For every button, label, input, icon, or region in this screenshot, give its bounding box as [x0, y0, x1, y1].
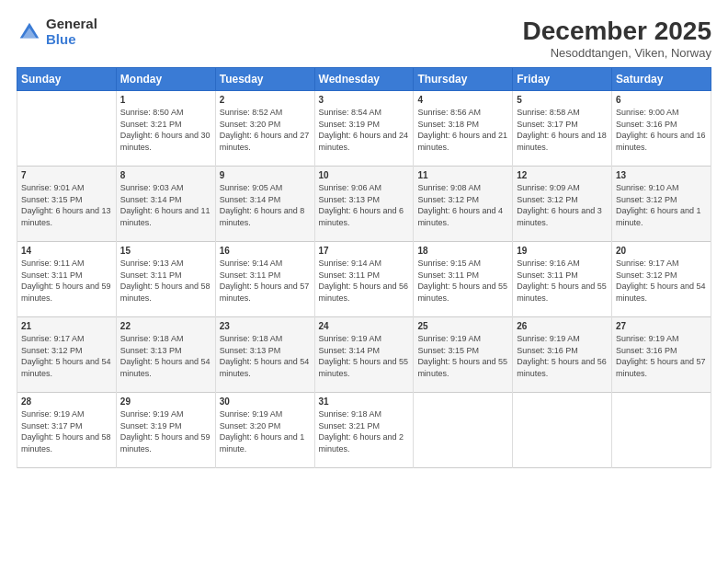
header-monday: Monday — [116, 68, 215, 91]
day-info: Sunrise: 9:08 AMSunset: 3:12 PMDaylight:… — [417, 182, 508, 228]
calendar-cell: 5Sunrise: 8:58 AMSunset: 3:17 PMDaylight… — [513, 91, 612, 167]
day-info: Sunrise: 9:14 AMSunset: 3:11 PMDaylight:… — [220, 258, 311, 304]
day-info: Sunrise: 9:11 AMSunset: 3:11 PMDaylight:… — [21, 258, 112, 304]
day-number: 13 — [616, 170, 707, 180]
logo-text: General Blue — [46, 17, 97, 47]
header-wednesday: Wednesday — [314, 68, 414, 91]
day-number: 25 — [417, 321, 508, 331]
calendar-cell: 12Sunrise: 9:09 AMSunset: 3:12 PMDayligh… — [513, 167, 612, 242]
calendar-cell: 30Sunrise: 9:19 AMSunset: 3:20 PMDayligh… — [215, 393, 314, 468]
calendar-cell — [17, 91, 117, 167]
day-number: 31 — [319, 396, 410, 407]
day-number: 1 — [120, 95, 211, 105]
calendar-cell: 31Sunrise: 9:18 AMSunset: 3:21 PMDayligh… — [314, 393, 414, 468]
calendar-cell: 29Sunrise: 9:19 AMSunset: 3:19 PMDayligh… — [116, 393, 215, 468]
calendar-cell: 1Sunrise: 8:50 AMSunset: 3:21 PMDaylight… — [116, 91, 215, 167]
day-info: Sunrise: 9:19 AMSunset: 3:17 PMDaylight:… — [21, 408, 112, 454]
day-number: 28 — [21, 396, 112, 407]
day-number: 24 — [319, 321, 410, 331]
day-info: Sunrise: 9:19 AMSunset: 3:20 PMDaylight:… — [220, 408, 311, 454]
calendar-cell: 19Sunrise: 9:16 AMSunset: 3:11 PMDayligh… — [513, 242, 612, 317]
calendar-cell: 14Sunrise: 9:11 AMSunset: 3:11 PMDayligh… — [17, 242, 117, 317]
day-number: 30 — [220, 396, 311, 407]
day-number: 22 — [120, 321, 211, 331]
day-number: 20 — [616, 246, 707, 256]
calendar-cell — [414, 393, 513, 468]
day-number: 21 — [21, 321, 112, 331]
logo-icon — [17, 19, 42, 45]
day-number: 29 — [120, 396, 211, 407]
calendar-cell: 13Sunrise: 9:10 AMSunset: 3:12 PMDayligh… — [612, 167, 711, 242]
day-info: Sunrise: 9:06 AMSunset: 3:13 PMDaylight:… — [319, 182, 410, 228]
day-number: 7 — [21, 170, 112, 180]
logo-general: General — [46, 17, 97, 32]
calendar-cell: 15Sunrise: 9:13 AMSunset: 3:11 PMDayligh… — [116, 242, 215, 317]
day-number: 19 — [517, 246, 608, 256]
day-number: 3 — [319, 95, 410, 105]
calendar-cell — [612, 393, 711, 468]
calendar-cell: 22Sunrise: 9:18 AMSunset: 3:13 PMDayligh… — [116, 317, 215, 393]
calendar-week-2: 7Sunrise: 9:01 AMSunset: 3:15 PMDaylight… — [17, 167, 711, 242]
day-number: 14 — [21, 246, 112, 256]
day-info: Sunrise: 9:18 AMSunset: 3:13 PMDaylight:… — [120, 333, 211, 379]
calendar-cell: 16Sunrise: 9:14 AMSunset: 3:11 PMDayligh… — [215, 242, 314, 317]
calendar-cell: 2Sunrise: 8:52 AMSunset: 3:20 PMDaylight… — [215, 91, 314, 167]
location: Nesoddtangen, Viken, Norway — [523, 46, 711, 60]
day-info: Sunrise: 8:56 AMSunset: 3:18 PMDaylight:… — [417, 107, 508, 153]
calendar-cell: 25Sunrise: 9:19 AMSunset: 3:15 PMDayligh… — [414, 317, 513, 393]
day-number: 27 — [616, 321, 707, 331]
day-info: Sunrise: 9:13 AMSunset: 3:11 PMDaylight:… — [120, 258, 211, 304]
day-number: 15 — [120, 246, 211, 256]
calendar-cell: 23Sunrise: 9:18 AMSunset: 3:13 PMDayligh… — [215, 317, 314, 393]
day-number: 12 — [517, 170, 608, 180]
title-block: December 2025 Nesoddtangen, Viken, Norwa… — [523, 17, 711, 60]
day-info: Sunrise: 8:54 AMSunset: 3:19 PMDaylight:… — [319, 107, 410, 153]
day-info: Sunrise: 9:16 AMSunset: 3:11 PMDaylight:… — [517, 258, 608, 304]
header-thursday: Thursday — [414, 68, 513, 91]
day-info: Sunrise: 9:09 AMSunset: 3:12 PMDaylight:… — [517, 182, 608, 228]
day-info: Sunrise: 9:19 AMSunset: 3:16 PMDaylight:… — [517, 333, 608, 379]
day-info: Sunrise: 9:01 AMSunset: 3:15 PMDaylight:… — [21, 182, 112, 228]
day-number: 18 — [417, 246, 508, 256]
day-info: Sunrise: 9:05 AMSunset: 3:14 PMDaylight:… — [220, 182, 311, 228]
day-number: 11 — [417, 170, 508, 180]
day-info: Sunrise: 8:50 AMSunset: 3:21 PMDaylight:… — [120, 107, 211, 153]
day-number: 26 — [517, 321, 608, 331]
calendar-table: Sunday Monday Tuesday Wednesday Thursday… — [17, 67, 711, 468]
day-info: Sunrise: 9:17 AMSunset: 3:12 PMDaylight:… — [616, 258, 707, 304]
day-info: Sunrise: 9:19 AMSunset: 3:14 PMDaylight:… — [319, 333, 410, 379]
calendar-cell: 3Sunrise: 8:54 AMSunset: 3:19 PMDaylight… — [314, 91, 414, 167]
header-sunday: Sunday — [17, 68, 117, 91]
calendar-cell — [513, 393, 612, 468]
day-info: Sunrise: 9:19 AMSunset: 3:15 PMDaylight:… — [417, 333, 508, 379]
day-number: 6 — [616, 95, 707, 105]
day-number: 16 — [220, 246, 311, 256]
day-info: Sunrise: 8:58 AMSunset: 3:17 PMDaylight:… — [517, 107, 608, 153]
day-number: 4 — [417, 95, 508, 105]
calendar-cell: 21Sunrise: 9:17 AMSunset: 3:12 PMDayligh… — [17, 317, 117, 393]
header-saturday: Saturday — [612, 68, 711, 91]
day-info: Sunrise: 9:18 AMSunset: 3:13 PMDaylight:… — [220, 333, 311, 379]
day-number: 23 — [220, 321, 311, 331]
day-number: 2 — [220, 95, 311, 105]
calendar-week-5: 28Sunrise: 9:19 AMSunset: 3:17 PMDayligh… — [17, 393, 711, 468]
logo: General Blue — [17, 17, 97, 47]
calendar-cell: 17Sunrise: 9:14 AMSunset: 3:11 PMDayligh… — [314, 242, 414, 317]
calendar-cell: 27Sunrise: 9:19 AMSunset: 3:16 PMDayligh… — [612, 317, 711, 393]
calendar-cell: 28Sunrise: 9:19 AMSunset: 3:17 PMDayligh… — [17, 393, 117, 468]
day-number: 10 — [319, 170, 410, 180]
calendar-cell: 26Sunrise: 9:19 AMSunset: 3:16 PMDayligh… — [513, 317, 612, 393]
calendar-cell: 6Sunrise: 9:00 AMSunset: 3:16 PMDaylight… — [612, 91, 711, 167]
day-info: Sunrise: 9:18 AMSunset: 3:21 PMDaylight:… — [319, 408, 410, 454]
day-info: Sunrise: 9:03 AMSunset: 3:14 PMDaylight:… — [120, 182, 211, 228]
calendar-cell: 11Sunrise: 9:08 AMSunset: 3:12 PMDayligh… — [414, 167, 513, 242]
calendar-cell: 24Sunrise: 9:19 AMSunset: 3:14 PMDayligh… — [314, 317, 414, 393]
page-header: General Blue December 2025 Nesoddtangen,… — [17, 17, 711, 60]
day-number: 8 — [120, 170, 211, 180]
day-info: Sunrise: 9:15 AMSunset: 3:11 PMDaylight:… — [417, 258, 508, 304]
day-info: Sunrise: 9:00 AMSunset: 3:16 PMDaylight:… — [616, 107, 707, 153]
day-info: Sunrise: 9:10 AMSunset: 3:12 PMDaylight:… — [616, 182, 707, 228]
calendar-cell: 7Sunrise: 9:01 AMSunset: 3:15 PMDaylight… — [17, 167, 117, 242]
day-info: Sunrise: 9:19 AMSunset: 3:16 PMDaylight:… — [616, 333, 707, 379]
calendar-cell: 20Sunrise: 9:17 AMSunset: 3:12 PMDayligh… — [612, 242, 711, 317]
